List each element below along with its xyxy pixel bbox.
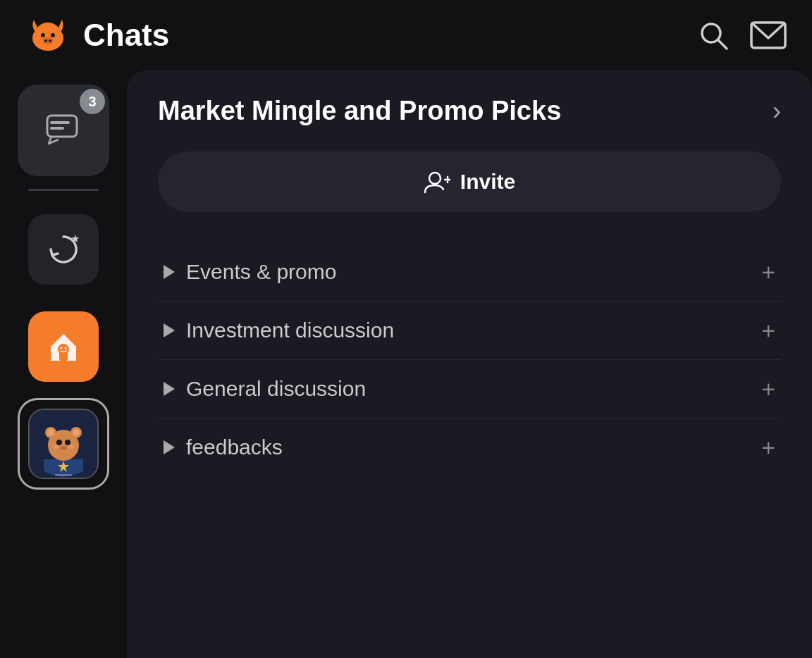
home-icon-wrapper <box>28 311 99 382</box>
category-item-general-discussion[interactable]: General discussion + <box>158 360 781 418</box>
header-left: Chats <box>25 13 169 58</box>
invite-person-icon <box>424 170 450 194</box>
svg-text:metaverso: metaverso <box>55 473 72 477</box>
svg-point-22 <box>60 446 67 450</box>
header-actions <box>696 18 787 52</box>
sidebar-item-refresh[interactable] <box>18 204 109 295</box>
category-label: General discussion <box>186 377 366 401</box>
categories-list: Events & promo + Investment discussion +… <box>158 243 781 476</box>
refresh-icon-wrapper <box>28 214 99 285</box>
triangle-expand-icon <box>164 382 175 396</box>
search-button[interactable] <box>696 18 730 52</box>
invite-label: Invite <box>460 170 515 194</box>
category-label: Investment discussion <box>186 318 394 342</box>
svg-point-16 <box>61 347 63 349</box>
triangle-expand-icon <box>164 265 175 279</box>
search-icon <box>696 18 730 52</box>
chat-icon <box>44 113 82 148</box>
category-label: feedbacks <box>186 435 283 459</box>
svg-point-15 <box>58 344 69 355</box>
app-header: Chats <box>0 0 812 70</box>
svg-point-3 <box>51 33 55 37</box>
svg-point-4 <box>42 37 54 44</box>
home-icon <box>44 327 83 366</box>
svg-rect-12 <box>50 127 64 130</box>
svg-rect-10 <box>47 116 77 137</box>
refresh-star-icon <box>44 230 83 269</box>
page-title: Chats <box>83 18 169 53</box>
svg-point-24 <box>68 445 75 449</box>
triangle-expand-icon <box>164 440 175 454</box>
main-layout: 3 <box>0 70 812 658</box>
app-logo-icon <box>25 13 70 58</box>
svg-point-21 <box>65 440 70 445</box>
channel-header[interactable]: Market Mingle and Promo Picks › <box>158 96 781 126</box>
svg-point-28 <box>73 429 80 436</box>
category-item-feedbacks[interactable]: feedbacks + <box>158 418 781 476</box>
add-channel-icon[interactable]: + <box>761 377 775 401</box>
mail-icon <box>750 20 787 51</box>
category-label: Events & promo <box>186 260 336 284</box>
invite-button[interactable]: Invite <box>158 151 781 212</box>
channel-chevron-icon: › <box>773 97 781 126</box>
sidebar: 3 <box>0 70 127 658</box>
category-item-investment-discussion[interactable]: Investment discussion + <box>158 302 781 360</box>
sidebar-item-home[interactable] <box>18 301 109 392</box>
svg-point-17 <box>65 347 67 349</box>
svg-point-2 <box>41 33 45 37</box>
svg-point-20 <box>56 440 62 445</box>
svg-rect-11 <box>50 121 70 124</box>
sidebar-item-metaverso[interactable]: metaverso <box>18 398 109 490</box>
category-item-events-promo[interactable]: Events & promo + <box>158 243 781 302</box>
channel-title: Market Mingle and Promo Picks <box>158 96 765 126</box>
add-channel-icon[interactable]: + <box>761 435 775 459</box>
sidebar-divider <box>28 189 99 191</box>
content-area: Market Mingle and Promo Picks › Invite E… <box>127 70 812 658</box>
svg-point-27 <box>47 429 54 436</box>
svg-point-31 <box>429 173 441 184</box>
svg-point-6 <box>49 39 51 42</box>
svg-point-5 <box>44 39 47 42</box>
add-channel-icon[interactable]: + <box>761 318 775 342</box>
metaverso-icon-wrapper: metaverso <box>28 409 99 479</box>
sidebar-item-chats[interactable]: 3 <box>18 85 109 176</box>
triangle-expand-icon <box>164 323 175 337</box>
chat-badge: 3 <box>80 89 105 114</box>
svg-line-8 <box>718 40 727 49</box>
add-channel-icon[interactable]: + <box>761 260 775 284</box>
svg-point-23 <box>52 445 59 449</box>
mail-button[interactable] <box>750 20 787 51</box>
metaverso-icon: metaverso <box>30 410 97 478</box>
